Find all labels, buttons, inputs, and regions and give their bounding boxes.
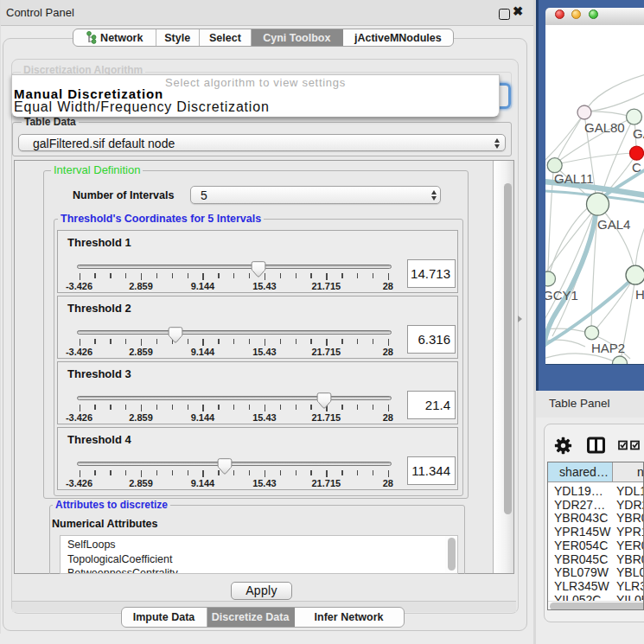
svg-text:GA: GA: [633, 126, 644, 141]
svg-text:C: C: [632, 159, 641, 174]
svg-text:H: H: [635, 287, 644, 302]
svg-text:GAL11: GAL11: [554, 171, 594, 186]
svg-text:GAL4: GAL4: [597, 217, 630, 232]
svg-text:GCY1: GCY1: [545, 288, 578, 303]
svg-text:GAL80: GAL80: [584, 120, 625, 135]
svg-text:HAP2: HAP2: [591, 341, 625, 355]
